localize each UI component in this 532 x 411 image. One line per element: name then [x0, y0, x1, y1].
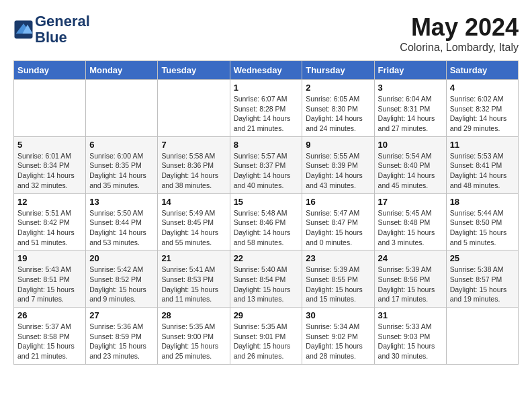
calendar-cell: 24Sunrise: 5:39 AM Sunset: 8:56 PM Dayli…: [374, 250, 446, 308]
day-info: Sunrise: 5:39 AM Sunset: 8:56 PM Dayligh…: [378, 265, 443, 304]
day-number: 31: [378, 310, 443, 320]
day-info: Sunrise: 5:47 AM Sunset: 8:47 PM Dayligh…: [306, 208, 370, 248]
day-header-monday: Monday: [86, 61, 158, 80]
calendar-cell: 28Sunrise: 5:35 AM Sunset: 9:00 PM Dayli…: [158, 308, 230, 365]
day-number: 3: [378, 83, 443, 93]
day-number: 4: [450, 83, 515, 93]
calendar-cell: 9Sunrise: 5:55 AM Sunset: 8:39 PM Daylig…: [302, 136, 374, 193]
calendar-cell: 26Sunrise: 5:37 AM Sunset: 8:58 PM Dayli…: [14, 308, 86, 365]
day-info: Sunrise: 6:01 AM Sunset: 8:34 PM Dayligh…: [17, 151, 82, 191]
calendar-week-row: 26Sunrise: 5:37 AM Sunset: 8:58 PM Dayli…: [14, 308, 519, 365]
calendar-cell: 8Sunrise: 5:57 AM Sunset: 8:37 PM Daylig…: [230, 136, 302, 193]
calendar-cell: 20Sunrise: 5:42 AM Sunset: 8:52 PM Dayli…: [86, 250, 158, 308]
day-info: Sunrise: 6:07 AM Sunset: 8:28 PM Dayligh…: [234, 94, 299, 134]
calendar-cell: 22Sunrise: 5:40 AM Sunset: 8:54 PM Dayli…: [230, 250, 302, 308]
day-info: Sunrise: 5:50 AM Sunset: 8:44 PM Dayligh…: [89, 208, 154, 248]
calendar-cell: [86, 80, 158, 137]
day-info: Sunrise: 5:44 AM Sunset: 8:50 PM Dayligh…: [450, 208, 515, 248]
day-info: Sunrise: 5:39 AM Sunset: 8:55 PM Dayligh…: [306, 265, 370, 304]
day-header-saturday: Saturday: [446, 61, 518, 80]
day-number: 21: [161, 253, 226, 263]
logo: General Blue: [13, 13, 90, 46]
day-number: 24: [378, 253, 443, 263]
calendar-cell: 15Sunrise: 5:48 AM Sunset: 8:46 PM Dayli…: [230, 193, 302, 250]
calendar-cell: 7Sunrise: 5:58 AM Sunset: 8:36 PM Daylig…: [158, 136, 230, 193]
calendar-cell: 31Sunrise: 5:33 AM Sunset: 9:03 PM Dayli…: [374, 308, 446, 365]
day-number: 25: [450, 253, 515, 263]
calendar-week-row: 12Sunrise: 5:51 AM Sunset: 8:42 PM Dayli…: [14, 193, 519, 250]
day-number: 17: [378, 197, 443, 207]
day-number: 8: [234, 140, 299, 150]
day-header-friday: Friday: [374, 61, 446, 80]
day-info: Sunrise: 5:54 AM Sunset: 8:40 PM Dayligh…: [378, 151, 443, 191]
day-number: 29: [234, 310, 299, 320]
day-info: Sunrise: 5:42 AM Sunset: 8:52 PM Dayligh…: [89, 265, 154, 304]
calendar-body: 1Sunrise: 6:07 AM Sunset: 8:28 PM Daylig…: [14, 80, 519, 365]
calendar-cell: 27Sunrise: 5:36 AM Sunset: 8:59 PM Dayli…: [86, 308, 158, 365]
calendar-cell: 23Sunrise: 5:39 AM Sunset: 8:55 PM Dayli…: [302, 250, 374, 308]
calendar-cell: 11Sunrise: 5:53 AM Sunset: 8:41 PM Dayli…: [446, 136, 518, 193]
day-info: Sunrise: 6:05 AM Sunset: 8:30 PM Dayligh…: [306, 94, 370, 134]
day-number: 22: [234, 253, 299, 263]
day-header-tuesday: Tuesday: [158, 61, 230, 80]
day-number: 23: [306, 253, 370, 263]
day-number: 19: [17, 253, 82, 263]
calendar-cell: 5Sunrise: 6:01 AM Sunset: 8:34 PM Daylig…: [14, 136, 86, 193]
calendar-cell: 16Sunrise: 5:47 AM Sunset: 8:47 PM Dayli…: [302, 193, 374, 250]
day-number: 1: [234, 83, 299, 93]
day-header-thursday: Thursday: [302, 61, 374, 80]
day-number: 28: [161, 310, 226, 320]
day-number: 6: [89, 140, 154, 150]
title-block: May 2024 Colorina, Lombardy, Italy: [400, 13, 519, 54]
day-number: 12: [17, 197, 82, 207]
calendar-cell: [158, 80, 230, 137]
day-info: Sunrise: 5:57 AM Sunset: 8:37 PM Dayligh…: [234, 151, 299, 191]
day-header-wednesday: Wednesday: [230, 61, 302, 80]
day-info: Sunrise: 6:00 AM Sunset: 8:35 PM Dayligh…: [89, 151, 154, 191]
day-number: 10: [378, 140, 443, 150]
month-title: May 2024: [400, 13, 519, 42]
day-number: 13: [89, 197, 154, 207]
day-number: 20: [89, 253, 154, 263]
calendar-cell: 30Sunrise: 5:34 AM Sunset: 9:02 PM Dayli…: [302, 308, 374, 365]
day-info: Sunrise: 5:36 AM Sunset: 8:59 PM Dayligh…: [89, 322, 154, 361]
day-info: Sunrise: 6:02 AM Sunset: 8:32 PM Dayligh…: [450, 94, 515, 134]
calendar-week-row: 19Sunrise: 5:43 AM Sunset: 8:51 PM Dayli…: [14, 250, 519, 308]
location-subtitle: Colorina, Lombardy, Italy: [400, 42, 519, 54]
day-number: 2: [306, 83, 370, 93]
day-info: Sunrise: 6:04 AM Sunset: 8:31 PM Dayligh…: [378, 94, 443, 134]
calendar-cell: 21Sunrise: 5:41 AM Sunset: 8:53 PM Dayli…: [158, 250, 230, 308]
day-info: Sunrise: 5:34 AM Sunset: 9:02 PM Dayligh…: [306, 322, 370, 361]
calendar-cell: 12Sunrise: 5:51 AM Sunset: 8:42 PM Dayli…: [14, 193, 86, 250]
calendar-cell: 2Sunrise: 6:05 AM Sunset: 8:30 PM Daylig…: [302, 80, 374, 137]
calendar-cell: 18Sunrise: 5:44 AM Sunset: 8:50 PM Dayli…: [446, 193, 518, 250]
logo-text: General Blue: [35, 13, 90, 46]
day-info: Sunrise: 5:58 AM Sunset: 8:36 PM Dayligh…: [161, 151, 226, 191]
day-number: 16: [306, 197, 370, 207]
calendar-cell: 3Sunrise: 6:04 AM Sunset: 8:31 PM Daylig…: [374, 80, 446, 137]
calendar-week-row: 1Sunrise: 6:07 AM Sunset: 8:28 PM Daylig…: [14, 80, 519, 137]
day-info: Sunrise: 5:53 AM Sunset: 8:41 PM Dayligh…: [450, 151, 515, 191]
calendar-cell: 14Sunrise: 5:49 AM Sunset: 8:45 PM Dayli…: [158, 193, 230, 250]
day-number: 14: [161, 197, 226, 207]
day-info: Sunrise: 5:33 AM Sunset: 9:03 PM Dayligh…: [378, 322, 443, 361]
day-info: Sunrise: 5:38 AM Sunset: 8:57 PM Dayligh…: [450, 265, 515, 304]
calendar-cell: 29Sunrise: 5:35 AM Sunset: 9:01 PM Dayli…: [230, 308, 302, 365]
day-info: Sunrise: 5:37 AM Sunset: 8:58 PM Dayligh…: [17, 322, 82, 361]
calendar-cell: 6Sunrise: 6:00 AM Sunset: 8:35 PM Daylig…: [86, 136, 158, 193]
day-info: Sunrise: 5:55 AM Sunset: 8:39 PM Dayligh…: [306, 151, 370, 191]
calendar-cell: [446, 308, 518, 365]
calendar-header-row: SundayMondayTuesdayWednesdayThursdayFrid…: [14, 61, 519, 80]
day-info: Sunrise: 5:40 AM Sunset: 8:54 PM Dayligh…: [234, 265, 299, 304]
calendar-week-row: 5Sunrise: 6:01 AM Sunset: 8:34 PM Daylig…: [14, 136, 519, 193]
day-number: 26: [17, 310, 82, 320]
day-number: 30: [306, 310, 370, 320]
calendar-cell: 13Sunrise: 5:50 AM Sunset: 8:44 PM Dayli…: [86, 193, 158, 250]
day-info: Sunrise: 5:41 AM Sunset: 8:53 PM Dayligh…: [161, 265, 226, 304]
day-info: Sunrise: 5:35 AM Sunset: 9:01 PM Dayligh…: [234, 322, 299, 361]
logo-icon: [13, 19, 34, 40]
calendar-cell: 10Sunrise: 5:54 AM Sunset: 8:40 PM Dayli…: [374, 136, 446, 193]
day-number: 15: [234, 197, 299, 207]
day-info: Sunrise: 5:49 AM Sunset: 8:45 PM Dayligh…: [161, 208, 226, 248]
day-header-sunday: Sunday: [14, 61, 86, 80]
